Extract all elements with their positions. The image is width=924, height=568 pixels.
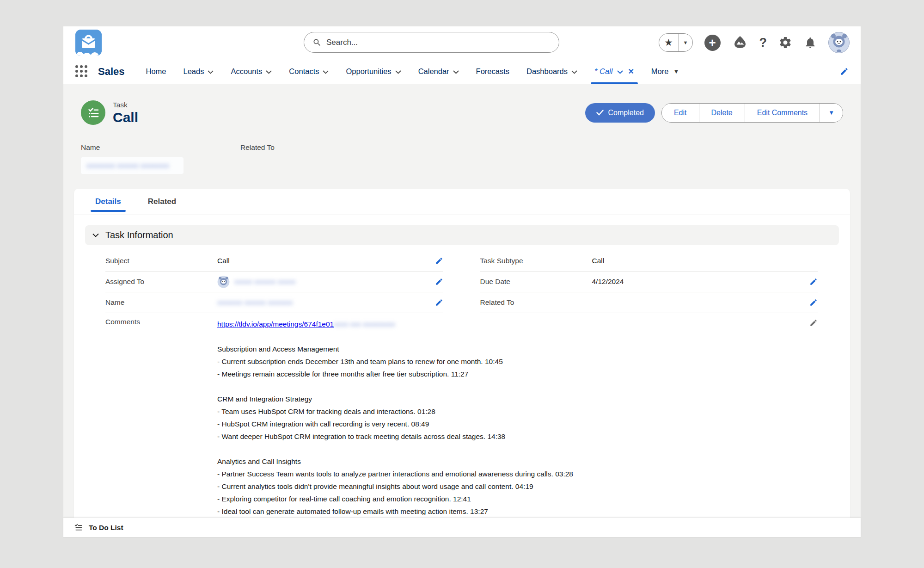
comment-bullet: - HubSpot CRM integration with call reco… bbox=[217, 418, 809, 430]
highlight-name-label: Name bbox=[81, 143, 240, 152]
more-actions-dropdown-icon[interactable]: ▼ bbox=[820, 104, 843, 122]
nav-tab-forecasts[interactable]: Forecasts bbox=[476, 59, 509, 84]
highlight-name-value-redacted[interactable]: xxxxxxxx xxxxxx xxxxxxxx bbox=[81, 157, 184, 174]
record-actions: Completed Edit Delete Edit Comments ▼ bbox=[585, 103, 843, 123]
record-header: Task Call Completed Edit Delete Edit Com… bbox=[63, 84, 861, 174]
record-button-group: Edit Delete Edit Comments ▼ bbox=[661, 103, 843, 123]
edit-subject-pencil-icon[interactable] bbox=[435, 257, 443, 265]
chevron-down-icon[interactable] bbox=[571, 70, 577, 74]
field-grid: Subject Call Task Subtype Call Assigned … bbox=[74, 245, 850, 518]
header-actions: ★ ▼ + ? bbox=[659, 26, 850, 59]
nav-tab-dashboards[interactable]: Dashboards bbox=[526, 59, 577, 84]
field-due-date: Due Date 4/12/2024 bbox=[480, 272, 818, 292]
search-input[interactable] bbox=[326, 38, 551, 47]
highlight-related-to-label: Related To bbox=[240, 143, 400, 152]
sales-cloud-logo-icon[interactable] bbox=[75, 30, 102, 56]
entity-type-label: Task bbox=[113, 101, 138, 109]
field-assigned-to: Assigned To xxxxx x bbox=[105, 272, 443, 292]
todo-checklist-icon bbox=[73, 523, 83, 532]
nav-more-menu[interactable]: More ▼ bbox=[651, 59, 679, 84]
comment-bullet: - Ideal tool can generate automated foll… bbox=[217, 505, 809, 518]
assigned-to-value-redacted[interactable]: xxxxx xxxxxx xxxxx bbox=[234, 278, 296, 286]
field-related-to: Related To bbox=[480, 292, 818, 313]
notifications-bell-icon[interactable] bbox=[804, 36, 817, 49]
field-comments: Comments https://tldv.io/app/meetings/67… bbox=[105, 313, 818, 518]
comment-bullet: - Team uses HubSpot CRM for tracking dea… bbox=[217, 405, 809, 418]
meeting-link[interactable]: https://tldv.io/app/meetings/674f1e01 bbox=[217, 318, 334, 330]
comment-bullet: - Current subscription ends December 13t… bbox=[217, 355, 809, 368]
check-icon bbox=[596, 110, 604, 116]
edit-assigned-to-pencil-icon[interactable] bbox=[435, 278, 443, 286]
task-information-section-header[interactable]: Task Information bbox=[85, 225, 839, 245]
nav-tab-leads[interactable]: Leads bbox=[184, 59, 214, 84]
section-title: Task Information bbox=[105, 230, 173, 241]
comment-bullet: - Meetings remain accessible for three m… bbox=[217, 368, 809, 380]
comment-bullet: - Exploring competitor for real-time cal… bbox=[217, 493, 809, 505]
nav-tab-calendar[interactable]: Calendar bbox=[418, 59, 459, 84]
task-entity-icon bbox=[81, 100, 105, 125]
todo-list-utility-button[interactable]: To Do List bbox=[63, 518, 861, 537]
edit-comments-button[interactable]: Edit Comments bbox=[745, 104, 820, 122]
edit-name-pencil-icon[interactable] bbox=[435, 298, 443, 307]
field-subject: Subject Call bbox=[105, 251, 443, 272]
help-icon[interactable]: ? bbox=[759, 36, 767, 50]
meeting-link-tail-redacted: xxxx xxx xxxxxxxxx bbox=[334, 318, 395, 330]
chevron-down-icon[interactable] bbox=[395, 70, 401, 74]
global-actions-plus-icon[interactable]: + bbox=[704, 35, 721, 51]
assignee-avatar bbox=[217, 276, 230, 288]
record-detail-card: Details Related Task Information Subject… bbox=[74, 189, 850, 518]
favorites-dropdown-icon[interactable]: ▼ bbox=[679, 34, 692, 51]
highlight-fields: Name xxxxxxxx xxxxxx xxxxxxxx Related To bbox=[81, 143, 843, 174]
trailhead-icon[interactable] bbox=[732, 35, 748, 50]
close-tab-icon[interactable]: ✕ bbox=[628, 67, 634, 76]
field-task-subtype: Task Subtype Call bbox=[480, 251, 818, 272]
global-header: ★ ▼ + ? bbox=[63, 26, 861, 59]
page-title: Call bbox=[113, 110, 138, 125]
todo-list-label: To Do List bbox=[89, 524, 123, 532]
page-content: Task Call Completed Edit Delete Edit Com… bbox=[63, 84, 861, 518]
favorites-control: ★ ▼ bbox=[659, 33, 693, 52]
nav-tab-call-active[interactable]: * Call ✕ bbox=[594, 59, 634, 84]
caret-down-icon: ▼ bbox=[673, 68, 679, 75]
chevron-down-icon[interactable] bbox=[323, 70, 329, 74]
comment-section: Analytics and Call Insights - Partner Su… bbox=[217, 455, 809, 518]
tab-related[interactable]: Related bbox=[148, 189, 176, 215]
setup-gear-icon[interactable] bbox=[778, 36, 792, 49]
chevron-down-icon bbox=[92, 233, 99, 237]
edit-comments-pencil-icon[interactable] bbox=[809, 319, 818, 327]
salesforce-window: ★ ▼ + ? bbox=[63, 26, 861, 537]
app-launcher-icon[interactable] bbox=[75, 65, 88, 78]
global-search[interactable] bbox=[304, 32, 559, 53]
tab-details[interactable]: Details bbox=[95, 189, 121, 215]
chevron-down-icon[interactable] bbox=[208, 70, 214, 74]
search-icon bbox=[312, 38, 322, 47]
completed-button[interactable]: Completed bbox=[585, 103, 655, 123]
edit-navigation-pencil-icon[interactable] bbox=[840, 67, 849, 76]
chevron-down-icon[interactable] bbox=[453, 70, 459, 74]
app-name[interactable]: Sales bbox=[98, 66, 125, 78]
nav-tab-home[interactable]: Home bbox=[146, 59, 166, 84]
nav-tab-opportunities[interactable]: Opportunities bbox=[346, 59, 401, 84]
field-name: Name xxxxxxx xxxxxx xxxxxxx bbox=[105, 292, 443, 313]
chevron-down-icon[interactable] bbox=[266, 70, 272, 74]
delete-button[interactable]: Delete bbox=[699, 104, 745, 122]
favorite-star-icon[interactable]: ★ bbox=[659, 34, 679, 51]
user-avatar[interactable] bbox=[828, 32, 850, 53]
detail-tabs: Details Related bbox=[74, 189, 850, 215]
comment-section: Subscription and Access Management - Cur… bbox=[217, 343, 809, 380]
nav-tab-accounts[interactable]: Accounts bbox=[231, 59, 272, 84]
app-navigation: Sales Home Leads Accounts Contacts Oppor… bbox=[63, 59, 861, 84]
name-value-redacted[interactable]: xxxxxxx xxxxxx xxxxxxx bbox=[217, 298, 293, 307]
edit-button[interactable]: Edit bbox=[662, 104, 699, 122]
comment-bullet: - Partner Success Team wants tools to an… bbox=[217, 468, 809, 480]
chevron-down-icon[interactable] bbox=[617, 70, 623, 74]
comments-value: https://tldv.io/app/meetings/674f1e01 xx… bbox=[217, 318, 809, 518]
edit-due-date-pencil-icon[interactable] bbox=[809, 278, 818, 286]
comment-bullet: - Current analytics tools didn't provide… bbox=[217, 480, 809, 493]
comment-section: CRM and Integration Strategy - Team uses… bbox=[217, 393, 809, 443]
nav-tab-contacts[interactable]: Contacts bbox=[289, 59, 329, 84]
edit-related-to-pencil-icon[interactable] bbox=[809, 298, 818, 307]
comment-bullet: - Want deeper HubSpot CRM integration to… bbox=[217, 430, 809, 443]
